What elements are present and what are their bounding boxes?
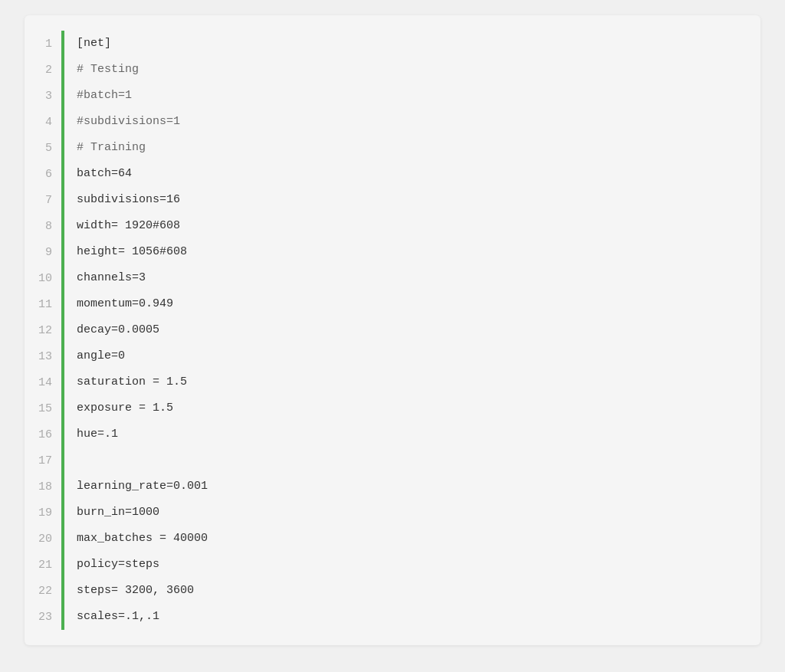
line-gutter — [61, 369, 64, 395]
line-gutter — [61, 291, 64, 317]
line-number: 19 — [25, 506, 61, 520]
line-gutter — [61, 421, 64, 447]
line-content: scales=.1,.1 — [77, 604, 159, 630]
code-line: 12decay=0.0005 — [25, 317, 760, 343]
line-number: 23 — [25, 611, 61, 624]
line-gutter — [61, 213, 64, 239]
line-content: decay=0.0005 — [77, 317, 159, 343]
line-content: subdivisions=16 — [77, 187, 180, 213]
code-editor: 1[net]2# Testing3#batch=14#subdivisions=… — [25, 15, 760, 645]
code-line: 14saturation = 1.5 — [25, 369, 760, 395]
line-gutter — [61, 395, 64, 421]
line-content: # Training — [77, 135, 146, 161]
line-number: 13 — [25, 350, 61, 363]
code-line: 18learning_rate=0.001 — [25, 474, 760, 500]
line-content: learning_rate=0.001 — [77, 474, 208, 500]
line-number: 4 — [25, 116, 61, 129]
code-line: 13angle=0 — [25, 343, 760, 369]
line-content: #batch=1 — [77, 83, 132, 109]
line-gutter — [61, 447, 64, 474]
line-content: steps= 3200, 3600 — [77, 578, 194, 604]
code-line: 3#batch=1 — [25, 83, 760, 109]
line-number: 1 — [25, 38, 61, 51]
line-number: 21 — [25, 559, 61, 572]
line-number: 6 — [25, 168, 61, 181]
line-content: hue=.1 — [77, 421, 118, 447]
line-number: 15 — [25, 402, 61, 415]
line-content: angle=0 — [77, 343, 125, 369]
code-line: 19burn_in=1000 — [25, 500, 760, 526]
code-line: 15exposure = 1.5 — [25, 395, 760, 421]
line-gutter — [61, 239, 64, 265]
line-gutter — [61, 109, 64, 135]
code-line: 1[net] — [25, 31, 760, 57]
line-number: 11 — [25, 298, 61, 311]
line-gutter — [61, 552, 64, 578]
line-number: 16 — [25, 428, 61, 441]
line-number: 22 — [25, 585, 61, 598]
line-gutter — [61, 161, 64, 187]
line-content: width= 1920#608 — [77, 213, 180, 239]
code-line: 8width= 1920#608 — [25, 213, 760, 239]
code-line: 2# Testing — [25, 57, 760, 83]
code-line: 5# Training — [25, 135, 760, 161]
line-gutter — [61, 31, 64, 57]
line-number: 14 — [25, 376, 61, 389]
line-gutter — [61, 500, 64, 526]
line-number: 18 — [25, 480, 61, 493]
line-content: exposure = 1.5 — [77, 395, 173, 421]
code-line: 4#subdivisions=1 — [25, 109, 760, 135]
line-number: 5 — [25, 142, 61, 155]
line-number: 7 — [25, 194, 61, 207]
code-line: 10channels=3 — [25, 265, 760, 291]
code-line: 20max_batches = 40000 — [25, 526, 760, 552]
line-gutter — [61, 83, 64, 109]
line-number: 20 — [25, 533, 61, 546]
line-content: [net] — [77, 31, 111, 57]
line-gutter — [61, 578, 64, 604]
line-gutter — [61, 474, 64, 500]
line-gutter — [61, 526, 64, 552]
line-number: 2 — [25, 64, 61, 77]
code-line: 17 — [25, 447, 760, 474]
code-line: 16hue=.1 — [25, 421, 760, 447]
line-content: # Testing — [77, 57, 139, 83]
line-number: 3 — [25, 90, 61, 103]
code-line: 6batch=64 — [25, 161, 760, 187]
code-line: 11momentum=0.949 — [25, 291, 760, 317]
line-content: #subdivisions=1 — [77, 109, 180, 135]
code-line: 21policy=steps — [25, 552, 760, 578]
line-content: burn_in=1000 — [77, 500, 159, 526]
line-content: batch=64 — [77, 161, 132, 187]
line-content: momentum=0.949 — [77, 291, 173, 317]
line-content: policy=steps — [77, 552, 159, 578]
line-gutter — [61, 135, 64, 161]
line-gutter — [61, 265, 64, 291]
line-gutter — [61, 604, 64, 630]
line-number: 17 — [25, 454, 61, 467]
code-line: 9height= 1056#608 — [25, 239, 760, 265]
line-gutter — [61, 317, 64, 343]
line-content: max_batches = 40000 — [77, 526, 208, 552]
line-gutter — [61, 343, 64, 369]
line-number: 9 — [25, 246, 61, 259]
line-content: height= 1056#608 — [77, 239, 187, 265]
line-gutter — [61, 187, 64, 213]
line-number: 12 — [25, 324, 61, 337]
line-number: 10 — [25, 272, 61, 285]
code-line: 23scales=.1,.1 — [25, 604, 760, 630]
code-line: 22steps= 3200, 3600 — [25, 578, 760, 604]
line-number: 8 — [25, 220, 61, 233]
code-line: 7subdivisions=16 — [25, 187, 760, 213]
line-content: channels=3 — [77, 265, 146, 291]
line-content: saturation = 1.5 — [77, 369, 187, 395]
line-gutter — [61, 57, 64, 83]
